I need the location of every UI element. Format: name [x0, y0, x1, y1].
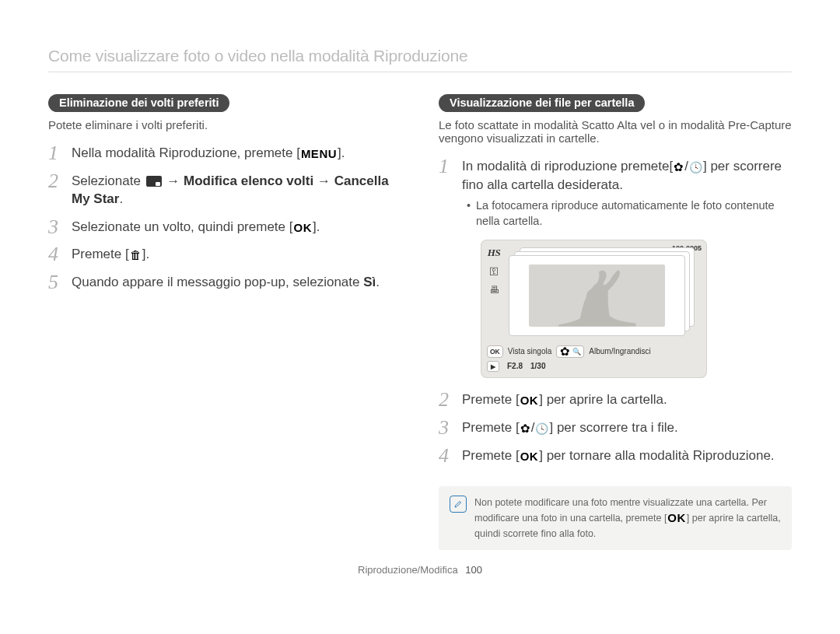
help-view-label: Vista singola	[508, 346, 552, 357]
section-pill-right: Visualizzazione dei file per cartella	[439, 94, 645, 112]
section-desc-right: Le foto scattate in modalità Scatto Alta…	[439, 118, 792, 145]
thumbnail-stack: 100-0005	[506, 246, 701, 339]
step-3: Selezionate un volto, quindi premete [OK…	[48, 218, 401, 236]
thumb-front	[509, 255, 685, 336]
page-footer: Riproduzione/Modifica 100	[48, 564, 792, 576]
timer-icon	[688, 159, 703, 176]
printer-icon	[489, 283, 499, 297]
screen-side-icons: HS	[487, 246, 501, 339]
hs-badge-icon: HS	[488, 246, 500, 260]
shutter-value: 1/30	[530, 361, 545, 372]
right-column: Visualizzazione dei file per cartella Le…	[439, 94, 792, 550]
camera-screen-figure: HS 100-0005	[481, 240, 792, 378]
trash-icon	[129, 247, 142, 264]
magnifier-icon	[572, 346, 581, 357]
ok-icon: OK	[292, 220, 313, 236]
left-column: Eliminazione dei volti preferiti Potete …	[48, 94, 401, 550]
macro-icon	[673, 159, 684, 176]
play-icon	[487, 361, 499, 372]
step-2: Premete [OK] per aprire la cartella.	[439, 391, 792, 409]
step-4: Premete [OK] per tornare alla modalità R…	[439, 447, 792, 465]
person-silhouette	[529, 264, 666, 327]
aperture-value: F2.8	[507, 361, 523, 372]
section-desc-left: Potete eliminare i volti preferiti.	[48, 118, 401, 131]
step-1: Nella modalità Riproduzione, premete [ME…	[48, 144, 401, 163]
step-5: Quando appare il messaggio pop-up, selez…	[48, 273, 401, 291]
footer-page: 100	[465, 564, 482, 576]
section-pill-left: Eliminazione dei volti preferiti	[48, 94, 229, 112]
display-icon	[146, 176, 162, 187]
screen-exposure-bar: F2.8 1/30	[487, 361, 701, 372]
menu-icon: MENU	[300, 146, 338, 163]
screen-help-bar: OK Vista singola Album/Ingrandisci	[487, 345, 701, 358]
step-1-bullet: La fotocamera riproduce automaticamente …	[467, 198, 792, 229]
ok-icon: OK	[667, 510, 687, 527]
timer-icon	[534, 421, 549, 437]
manual-page: Come visualizzare foto o video nella mod…	[0, 0, 840, 607]
macro-icon	[520, 421, 531, 437]
camera-screen: HS 100-0005	[481, 240, 707, 378]
step-4: Premete [].	[48, 245, 401, 264]
macro-small-icon	[559, 346, 571, 357]
steps-left: Nella modalità Riproduzione, premete [ME…	[48, 144, 401, 291]
note-text: Non potete modificare una foto mentre vi…	[474, 496, 781, 541]
step-1: In modalità di riproduzione premete[/] p…	[439, 157, 792, 378]
note-box: Non potete modificare una foto mentre vi…	[439, 486, 792, 550]
ok-icon: OK	[520, 393, 540, 409]
ok-icon: OK	[520, 449, 540, 465]
footer-section: Riproduzione/Modifica	[358, 564, 458, 576]
steps-right: In modalità di riproduzione premete[/] p…	[439, 157, 792, 464]
help-zoom-label: Album/Ingrandisci	[589, 346, 650, 357]
info-pencil-icon	[450, 496, 467, 513]
step-2: Selezionate → Modifica elenco volti → Ca…	[48, 172, 401, 208]
two-column-layout: Eliminazione dei volti preferiti Potete …	[48, 94, 792, 550]
step-3: Premete [/] per scorrere tra i file.	[439, 419, 792, 437]
page-title: Come visualizzare foto o video nella mod…	[48, 47, 792, 72]
chip-zoom	[556, 345, 584, 358]
key-icon	[489, 264, 499, 278]
chip-ok: OK	[487, 345, 503, 358]
